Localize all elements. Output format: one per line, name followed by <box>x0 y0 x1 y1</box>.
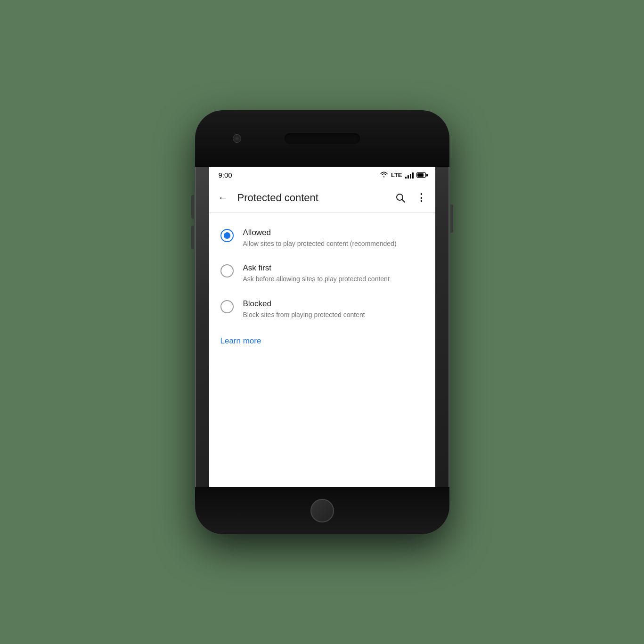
phone-device: 9:00 LTE <box>195 110 449 534</box>
wifi-icon <box>380 171 388 179</box>
screen: 9:00 LTE <box>209 167 435 487</box>
back-button[interactable]: ← <box>213 187 234 208</box>
more-options-icon: ⋮ <box>416 193 426 203</box>
status-time: 9:00 <box>219 171 232 179</box>
speaker <box>285 133 360 144</box>
power-button[interactable] <box>450 204 453 233</box>
signal-icon <box>405 172 414 179</box>
option-ask-first-text: Ask first Ask before allowing sites to p… <box>243 263 424 284</box>
learn-more-link[interactable]: Learn more <box>209 327 273 355</box>
option-allowed-text: Allowed Allow sites to play protected co… <box>243 228 424 249</box>
app-bar: ← Protected content ⋮ <box>209 184 435 213</box>
bottom-bezel <box>195 487 449 534</box>
option-blocked-label: Blocked <box>243 299 424 309</box>
volume-down-button[interactable] <box>191 226 194 249</box>
option-ask-first-label: Ask first <box>243 263 424 273</box>
radio-ask-first[interactable] <box>220 264 234 277</box>
option-blocked[interactable]: Blocked Block sites from playing protect… <box>209 292 435 327</box>
option-ask-first-desc: Ask before allowing sites to play protec… <box>243 275 424 284</box>
svg-line-1 <box>402 200 405 203</box>
status-bar: 9:00 LTE <box>209 167 435 184</box>
top-bezel <box>195 110 449 167</box>
battery-icon <box>416 172 426 178</box>
more-options-button[interactable]: ⋮ <box>411 187 432 208</box>
status-icons: LTE <box>380 171 426 179</box>
option-blocked-text: Blocked Block sites from playing protect… <box>243 299 424 320</box>
search-button[interactable] <box>390 187 411 208</box>
option-allowed[interactable]: Allowed Allow sites to play protected co… <box>209 220 435 256</box>
option-blocked-desc: Block sites from playing protected conte… <box>243 310 424 320</box>
front-camera <box>233 134 241 143</box>
back-arrow-icon: ← <box>218 192 228 204</box>
search-icon <box>395 192 406 204</box>
option-allowed-label: Allowed <box>243 228 424 237</box>
option-ask-first[interactable]: Ask first Ask before allowing sites to p… <box>209 256 435 292</box>
radio-blocked[interactable] <box>220 300 234 313</box>
radio-allowed[interactable] <box>220 229 234 242</box>
lte-indicator: LTE <box>391 171 402 179</box>
home-button[interactable] <box>310 499 334 522</box>
page-title: Protected content <box>237 192 390 204</box>
content-area: Allowed Allow sites to play protected co… <box>209 213 435 363</box>
option-allowed-desc: Allow sites to play protected content (r… <box>243 239 424 249</box>
volume-up-button[interactable] <box>191 195 194 219</box>
